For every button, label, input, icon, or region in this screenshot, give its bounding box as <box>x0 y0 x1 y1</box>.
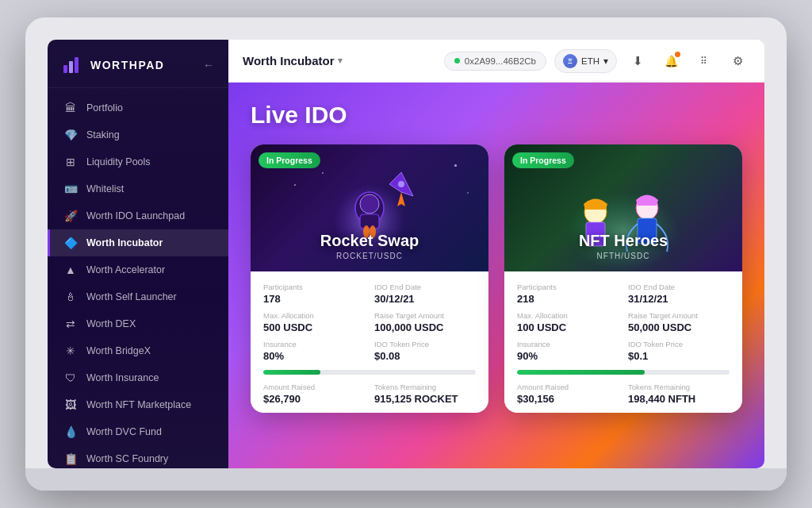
page-title-text: Worth Incubator <box>243 54 335 67</box>
sidebar-item-bridgex[interactable]: ✳ Worth BridgeX <box>48 337 228 364</box>
dex-icon: ⇄ <box>64 318 77 330</box>
sidebar-item-incubator[interactable]: 🔷 Worth Incubator <box>48 229 228 256</box>
ido-launchpad-icon: 🚀 <box>64 210 77 222</box>
rocket-swap-title-overlay: Rocket Swap ROCKET/USDC <box>251 232 488 260</box>
topbar: Worth Incubator ▾ 0x2A99...46B2Cb Ξ ETH … <box>228 40 764 83</box>
screen: WORTHPAD ← 🏛 Portfolio 💎 Staking ⊞ Liqui… <box>48 40 764 468</box>
wallet-address-text: 0x2A99...46B2Cb <box>465 56 536 66</box>
grid-icon: ⠿ <box>700 56 708 67</box>
svg-rect-6 <box>360 214 379 229</box>
sidebar-label-staking: Staking <box>86 129 120 140</box>
sidebar-label-bridgex: Worth BridgeX <box>86 345 151 356</box>
rocket-swap-token-price-value: $0.08 <box>374 350 476 362</box>
toggle-arrow[interactable]: ← <box>203 59 214 71</box>
app-name: WORTHPAD <box>90 59 164 71</box>
nft-heroes-raise-target-value: 50,000 USDC <box>628 321 730 333</box>
rocket-swap-participants: Participants 178 <box>263 283 365 305</box>
nft-heroes-tokens-remaining-label: Tokens Remaining <box>628 383 730 391</box>
sidebar-item-sc-foundry[interactable]: 📋 Worth SC Foundry <box>48 445 228 468</box>
rocket-swap-max-alloc-label: Max. Allocation <box>263 311 365 320</box>
rocket-swap-amount-raised-label: Amount Raised <box>263 383 365 391</box>
rocket-swap-progress <box>263 370 476 375</box>
rocket-swap-token-price-label: IDO Token Price <box>374 340 476 348</box>
sidebar-item-insurance[interactable]: 🛡 Worth Insurance <box>48 364 228 391</box>
nft-heroes-participants: Participants 218 <box>517 283 619 305</box>
rocket-swap-project-pair: ROCKET/USDC <box>251 252 488 260</box>
download-button[interactable]: ⬇ <box>625 48 650 74</box>
nft-heroes-footer: Amount Raised $30,156 Tokens Remaining 1… <box>517 383 730 405</box>
nft-heroes-max-alloc-value: 100 USDC <box>517 321 619 333</box>
sidebar-item-dvc-fund[interactable]: 💧 Worth DVC Fund <box>48 418 228 445</box>
nft-heroes-amount-raised-label: Amount Raised <box>517 383 619 391</box>
sidebar-item-self-launcher[interactable]: 🕯 Worth Self Launcher <box>48 283 228 310</box>
rocket-swap-max-alloc-value: 500 USDC <box>263 321 365 333</box>
settings-button[interactable]: ⚙ <box>725 48 750 74</box>
eth-label: ETH <box>581 56 599 66</box>
eth-icon: Ξ <box>563 54 577 68</box>
content-area: Live IDO <box>228 83 764 468</box>
sidebar-label-sc-foundry: Worth SC Foundry <box>86 453 168 464</box>
rocket-swap-footer: Amount Raised $26,790 Tokens Remaining 9… <box>263 383 476 405</box>
rocket-swap-ido-end-value: 30/12/21 <box>374 293 476 305</box>
nft-heroes-title-overlay: NFT Heroes NFTH/USDC <box>504 232 742 260</box>
notification-dot <box>675 52 680 57</box>
sidebar-item-portfolio[interactable]: 🏛 Portfolio <box>48 94 228 121</box>
ido-card-nft-heroes: In Progress NFT Heroes NFTH/USDC Partici… <box>504 144 742 413</box>
card-image-nft-heroes: In Progress NFT Heroes NFTH/USDC <box>504 144 742 271</box>
rocket-swap-badge: In Progress <box>259 152 320 168</box>
nft-heroes-token-price-label: IDO Token Price <box>628 340 730 348</box>
incubator-icon: 🔷 <box>64 237 77 249</box>
sidebar-label-incubator: Worth Incubator <box>86 237 163 248</box>
sidebar-label-dvc-fund: Worth DVC Fund <box>86 426 162 437</box>
rocket-swap-ido-end: IDO End Date 30/12/21 <box>374 283 476 305</box>
wallet-address-badge[interactable]: 0x2A99...46B2Cb <box>444 52 546 71</box>
rocket-swap-token-price: IDO Token Price $0.08 <box>374 340 476 362</box>
sidebar-item-whitelist[interactable]: 🪪 Whitelist <box>48 175 228 202</box>
rocket-swap-ido-end-label: IDO End Date <box>374 283 476 291</box>
nft-heroes-project-name: NFT Heroes <box>504 232 742 250</box>
notification-button[interactable]: 🔔 <box>658 48 684 74</box>
page-title-chevron[interactable]: ▾ <box>338 56 343 66</box>
rocket-swap-raise-target-label: Raise Target Amount <box>374 311 476 320</box>
sidebar-item-liquidity[interactable]: ⊞ Liquidity Pools <box>48 148 228 175</box>
sidebar-item-accelerator[interactable]: ▲ Worth Accelerator <box>48 256 228 283</box>
rocket-swap-card-body: Participants 178 IDO End Date 30/12/21 M… <box>251 271 488 413</box>
dvc-fund-icon: 💧 <box>64 425 77 438</box>
nft-heroes-token-price-value: $0.1 <box>628 350 730 362</box>
logo-icon <box>62 54 84 76</box>
sc-foundry-icon: 📋 <box>64 452 77 465</box>
sidebar-item-staking[interactable]: 💎 Staking <box>48 121 228 148</box>
eth-network-badge[interactable]: Ξ ETH ▾ <box>554 49 617 73</box>
sidebar-item-dex[interactable]: ⇄ Worth DEX <box>48 310 228 337</box>
nft-heroes-card-body: Participants 218 IDO End Date 31/12/21 M… <box>504 271 742 413</box>
nft-heroes-progress-track <box>517 370 730 375</box>
staking-icon: 💎 <box>64 129 77 141</box>
sidebar-item-nft-marketplace[interactable]: 🖼 Worth NFT Marketplace <box>48 391 228 418</box>
download-icon: ⬇ <box>633 54 643 68</box>
nft-heroes-insurance: Insurance 90% <box>517 340 619 362</box>
gear-icon: ⚙ <box>733 54 743 68</box>
nft-heroes-project-pair: NFTH/USDC <box>504 252 742 260</box>
sidebar-label-self-launcher: Worth Self Launcher <box>86 291 177 302</box>
nft-heroes-progress-fill <box>517 370 645 375</box>
rocket-swap-raise-target-value: 100,000 USDC <box>374 321 476 333</box>
eth-chevron: ▾ <box>603 56 608 67</box>
svg-point-5 <box>360 194 379 214</box>
grid-button[interactable]: ⠿ <box>691 48 717 74</box>
nft-heroes-raise-target-label: Raise Target Amount <box>628 311 730 320</box>
nft-heroes-token-price: IDO Token Price $0.1 <box>628 340 730 362</box>
card-image-rocket-swap: In Progress Rocket Swap ROCKET/USDC <box>251 144 488 271</box>
page-title: Worth Incubator ▾ <box>243 54 343 67</box>
rocket-swap-amount-raised: Amount Raised $26,790 <box>263 383 365 405</box>
nft-heroes-participants-value: 218 <box>517 293 619 305</box>
section-title: Live IDO <box>251 102 742 129</box>
rocket-swap-stats-grid: Participants 178 IDO End Date 30/12/21 M… <box>263 283 476 362</box>
sidebar-nav: 🏛 Portfolio 💎 Staking ⊞ Liquidity Pools … <box>48 88 228 468</box>
laptop-frame: WORTHPAD ← 🏛 Portfolio 💎 Staking ⊞ Liqui… <box>25 17 787 491</box>
nft-heroes-amount-raised-value: $30,156 <box>517 393 619 405</box>
rocket-swap-progress-fill <box>263 370 320 375</box>
nft-heroes-ido-end-value: 31/12/21 <box>628 293 730 305</box>
self-launcher-icon: 🕯 <box>64 291 77 303</box>
rocket-swap-insurance-label: Insurance <box>263 340 365 348</box>
sidebar-item-ido-launchpad[interactable]: 🚀 Worth IDO Launchpad <box>48 202 228 229</box>
